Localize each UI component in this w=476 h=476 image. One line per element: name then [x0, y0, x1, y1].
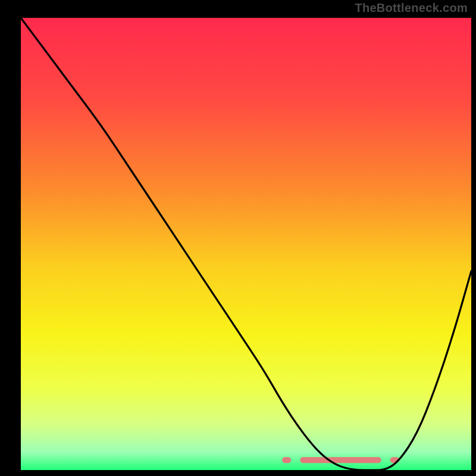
watermark-text: TheBottleneck.com — [355, 1, 468, 15]
chart-svg — [0, 0, 476, 476]
svg-rect-0 — [282, 457, 291, 463]
chart-stage — [0, 0, 476, 476]
gradient-background — [21, 18, 471, 470]
svg-rect-1 — [300, 457, 381, 463]
